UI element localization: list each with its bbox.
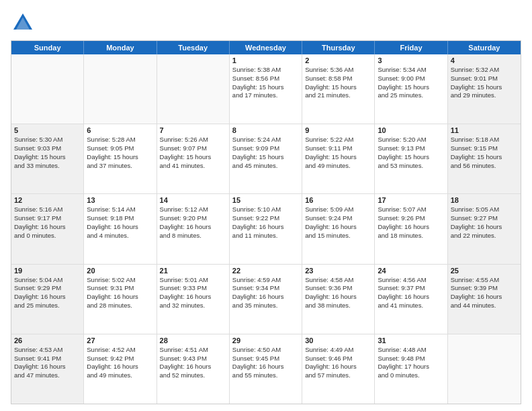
header-cell-sunday: Sunday [11,41,84,54]
day-number: 29 [232,336,299,345]
calendar-cell-2: 2Sunrise: 5:36 AMSunset: 8:58 PMDaylight… [302,54,375,124]
calendar-cell-empty-0-0 [11,54,84,124]
cell-info: Sunrise: 5:24 AMSunset: 9:09 PMDaylight:… [232,136,299,170]
day-number: 13 [87,196,153,204]
cell-info: Sunrise: 5:32 AMSunset: 9:01 PMDaylight:… [451,66,518,100]
cell-info: Sunrise: 4:48 AMSunset: 9:48 PMDaylight:… [378,346,444,380]
calendar-cell-5: 5Sunrise: 5:30 AMSunset: 9:03 PMDaylight… [11,124,84,193]
day-number: 3 [378,56,444,64]
calendar-row-4: 26Sunrise: 4:53 AMSunset: 9:41 PMDayligh… [11,334,521,404]
calendar-cell-22: 22Sunrise: 4:59 AMSunset: 9:34 PMDayligh… [230,265,302,334]
calendar-cell-27: 27Sunrise: 4:52 AMSunset: 9:42 PMDayligh… [84,334,157,404]
day-number: 9 [305,126,371,134]
calendar-cell-19: 19Sunrise: 5:04 AMSunset: 9:29 PMDayligh… [11,265,84,334]
calendar-cell-7: 7Sunrise: 5:26 AMSunset: 9:07 PMDaylight… [157,124,230,193]
day-number: 1 [232,56,299,64]
day-number: 24 [378,267,444,275]
cell-info: Sunrise: 5:22 AMSunset: 9:11 PMDaylight:… [305,136,371,170]
cell-info: Sunrise: 5:28 AMSunset: 9:05 PMDaylight:… [87,136,153,170]
header-cell-saturday: Saturday [448,41,521,54]
day-number: 30 [305,336,371,345]
calendar-cell-25: 25Sunrise: 4:55 AMSunset: 9:39 PMDayligh… [448,265,521,334]
calendar-cell-12: 12Sunrise: 5:16 AMSunset: 9:17 PMDayligh… [11,194,84,263]
cell-info: Sunrise: 5:38 AMSunset: 8:56 PMDaylight:… [232,66,299,100]
calendar-cell-29: 29Sunrise: 4:50 AMSunset: 9:45 PMDayligh… [230,334,302,404]
calendar-cell-6: 6Sunrise: 5:28 AMSunset: 9:05 PMDaylight… [84,124,157,193]
day-number: 26 [14,336,81,345]
cell-info: Sunrise: 4:50 AMSunset: 9:45 PMDaylight:… [232,346,299,380]
calendar-cell-empty-0-1 [84,54,157,124]
logo [11,11,38,35]
calendar-cell-28: 28Sunrise: 4:51 AMSunset: 9:43 PMDayligh… [157,334,230,404]
day-number: 18 [451,196,518,204]
day-number: 11 [451,126,518,134]
cell-info: Sunrise: 5:34 AMSunset: 9:00 PMDaylight:… [378,66,444,100]
cell-info: Sunrise: 5:04 AMSunset: 9:29 PMDaylight:… [14,276,81,310]
logo-icon [11,11,35,35]
header-cell-thursday: Thursday [302,41,375,54]
day-number: 22 [232,267,299,275]
cell-info: Sunrise: 5:01 AMSunset: 9:33 PMDaylight:… [160,276,226,310]
calendar-row-2: 12Sunrise: 5:16 AMSunset: 9:17 PMDayligh… [11,194,521,264]
day-number: 16 [305,196,371,204]
header-cell-friday: Friday [375,41,447,54]
calendar-cell-13: 13Sunrise: 5:14 AMSunset: 9:18 PMDayligh… [84,194,157,263]
cell-info: Sunrise: 5:14 AMSunset: 9:18 PMDaylight:… [87,205,153,240]
calendar: SundayMondayTuesdayWednesdayThursdayFrid… [11,40,521,404]
header-cell-monday: Monday [84,41,157,54]
cell-info: Sunrise: 5:10 AMSunset: 9:22 PMDaylight:… [232,205,299,240]
cell-info: Sunrise: 4:58 AMSunset: 9:36 PMDaylight:… [305,276,371,310]
calendar-cell-empty-4-6 [448,334,521,404]
calendar-cell-8: 8Sunrise: 5:24 AMSunset: 9:09 PMDaylight… [230,124,302,193]
day-number: 31 [378,336,444,345]
calendar-cell-15: 15Sunrise: 5:10 AMSunset: 9:22 PMDayligh… [230,194,302,263]
cell-info: Sunrise: 4:55 AMSunset: 9:39 PMDaylight:… [451,276,518,310]
day-number: 12 [14,196,81,204]
day-number: 27 [87,336,153,345]
day-number: 28 [160,336,226,345]
calendar-cell-21: 21Sunrise: 5:01 AMSunset: 9:33 PMDayligh… [157,265,230,334]
day-number: 5 [14,126,81,134]
cell-info: Sunrise: 5:18 AMSunset: 9:15 PMDaylight:… [451,136,518,170]
cell-info: Sunrise: 5:20 AMSunset: 9:13 PMDaylight:… [378,136,444,170]
calendar-cell-16: 16Sunrise: 5:09 AMSunset: 9:24 PMDayligh… [302,194,375,263]
cell-info: Sunrise: 4:56 AMSunset: 9:37 PMDaylight:… [378,276,444,310]
day-number: 10 [378,126,444,134]
calendar-cell-26: 26Sunrise: 4:53 AMSunset: 9:41 PMDayligh… [11,334,84,404]
calendar-cell-17: 17Sunrise: 5:07 AMSunset: 9:26 PMDayligh… [375,194,447,263]
header [11,11,521,35]
calendar-cell-empty-0-2 [157,54,230,124]
day-number: 7 [160,126,226,134]
header-cell-tuesday: Tuesday [157,41,230,54]
calendar-cell-18: 18Sunrise: 5:05 AMSunset: 9:27 PMDayligh… [448,194,521,263]
calendar-cell-11: 11Sunrise: 5:18 AMSunset: 9:15 PMDayligh… [448,124,521,193]
day-number: 6 [87,126,153,134]
cell-info: Sunrise: 5:12 AMSunset: 9:20 PMDaylight:… [160,205,226,240]
calendar-cell-4: 4Sunrise: 5:32 AMSunset: 9:01 PMDaylight… [448,54,521,124]
cell-info: Sunrise: 4:59 AMSunset: 9:34 PMDaylight:… [232,276,299,310]
cell-info: Sunrise: 5:07 AMSunset: 9:26 PMDaylight:… [378,205,444,240]
day-number: 21 [160,267,226,275]
day-number: 19 [14,267,81,275]
cell-info: Sunrise: 5:36 AMSunset: 8:58 PMDaylight:… [305,66,371,100]
calendar-cell-1: 1Sunrise: 5:38 AMSunset: 8:56 PMDaylight… [230,54,302,124]
cell-info: Sunrise: 4:49 AMSunset: 9:46 PMDaylight:… [305,346,371,380]
calendar-cell-14: 14Sunrise: 5:12 AMSunset: 9:20 PMDayligh… [157,194,230,263]
cell-info: Sunrise: 5:26 AMSunset: 9:07 PMDaylight:… [160,136,226,170]
cell-info: Sunrise: 5:16 AMSunset: 9:17 PMDaylight:… [14,205,81,240]
cell-info: Sunrise: 4:51 AMSunset: 9:43 PMDaylight:… [160,346,226,380]
day-number: 2 [305,56,371,64]
cell-info: Sunrise: 5:30 AMSunset: 9:03 PMDaylight:… [14,136,81,170]
day-number: 20 [87,267,153,275]
calendar-cell-3: 3Sunrise: 5:34 AMSunset: 9:00 PMDaylight… [375,54,447,124]
day-number: 4 [451,56,518,64]
calendar-cell-20: 20Sunrise: 5:02 AMSunset: 9:31 PMDayligh… [84,265,157,334]
calendar-header: SundayMondayTuesdayWednesdayThursdayFrid… [11,41,521,54]
calendar-row-1: 5Sunrise: 5:30 AMSunset: 9:03 PMDaylight… [11,124,521,194]
header-cell-wednesday: Wednesday [230,41,302,54]
cell-info: Sunrise: 4:53 AMSunset: 9:41 PMDaylight:… [14,346,81,380]
calendar-body: 1Sunrise: 5:38 AMSunset: 8:56 PMDaylight… [11,54,521,404]
day-number: 25 [451,267,518,275]
day-number: 8 [232,126,299,134]
page: SundayMondayTuesdayWednesdayThursdayFrid… [0,0,532,411]
